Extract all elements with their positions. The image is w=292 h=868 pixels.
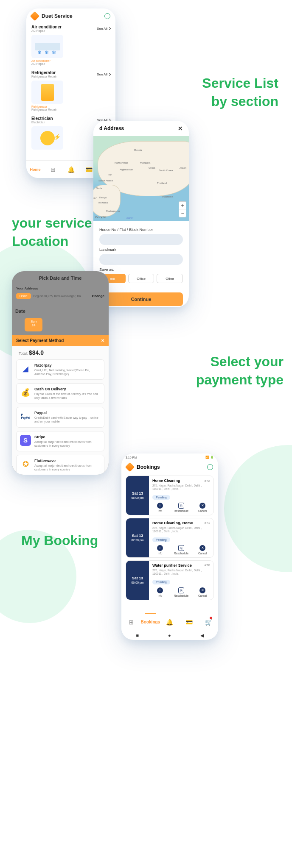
flutterwave-icon: ✪: [20, 459, 31, 470]
cod-icon: 💰: [20, 387, 31, 398]
nav-notifications[interactable]: 🔔: [62, 161, 80, 178]
reschedule-button[interactable]: ⎘Reschedule: [174, 545, 189, 555]
chevron-right-icon: [108, 27, 111, 30]
home-button[interactable]: ●: [168, 633, 171, 638]
zoom-out-button[interactable]: −: [179, 209, 186, 217]
saveas-label: Save as:: [99, 267, 183, 272]
grid-icon: ⊞: [129, 619, 134, 626]
status-badge: Pending: [152, 495, 170, 500]
status-bar: 3:15 PM📶 🔋: [121, 453, 218, 461]
see-all-link[interactable]: See All: [97, 27, 110, 31]
fridge-icon: [41, 84, 54, 101]
section-subtitle: Refrigerator Repair: [31, 75, 57, 78]
payment-cod[interactable]: 💰Cash On DeliveryPay via Cash at the tim…: [16, 383, 104, 403]
cancel-icon: ✕: [199, 545, 205, 551]
payment-razorpay[interactable]: ◢RazorpayCard, UPI, Net banking, Wallet(…: [16, 359, 104, 380]
reschedule-button[interactable]: ⎘Reschedule: [174, 503, 189, 512]
section-title: Air conditioner: [31, 25, 62, 29]
globe-icon[interactable]: [104, 13, 110, 19]
bell-icon: 🔔: [67, 166, 75, 173]
wallet-icon: 💳: [85, 166, 93, 173]
info-icon: i: [157, 545, 163, 551]
google-logo: Google: [95, 215, 106, 219]
close-icon[interactable]: ✕: [101, 338, 104, 343]
address-label: Your Address: [16, 287, 38, 290]
device-payment: Pick Date and Time Your Address Home Beg…: [12, 271, 109, 475]
map[interactable]: Russia Kazakhstan Mongolia Iran Afghanis…: [93, 136, 189, 221]
nav-cart[interactable]: 🛒: [199, 613, 218, 631]
bell-icon: 🔔: [166, 619, 173, 626]
reschedule-button[interactable]: ⎘Reschedule: [174, 587, 189, 597]
nav-home[interactable]: Home: [26, 161, 44, 178]
annotation-4: My Booking: [21, 531, 98, 550]
zoom-control: + −: [179, 201, 186, 217]
nav-calendar[interactable]: ⊞: [44, 161, 62, 178]
service-card[interactable]: ❄ ❄ ❄ Air conditioner AC Repair: [31, 35, 63, 65]
see-all-link[interactable]: See All: [97, 72, 110, 76]
cancel-icon: ✕: [199, 587, 205, 593]
saveas-office[interactable]: Office: [128, 274, 154, 283]
calendar-icon: ⎘: [178, 545, 184, 551]
nav-home[interactable]: ⊞: [121, 613, 141, 631]
section-title: Refrigerator: [31, 70, 57, 75]
cancel-button[interactable]: ✕Cancel: [195, 545, 210, 555]
landmark-label: Landmark: [99, 248, 183, 252]
app-logo: [30, 11, 40, 21]
payment-stripe[interactable]: SStripeAccept all major debit and credit…: [16, 431, 104, 451]
ac-icon: ❄ ❄ ❄: [35, 43, 60, 50]
calendar-icon: ⎘: [178, 503, 184, 509]
nav-notifications[interactable]: 🔔: [160, 613, 180, 631]
device-bookings: 3:15 PM📶 🔋 Bookings Sat 1306:00 pm Home …: [121, 453, 218, 640]
info-button[interactable]: iInfo: [152, 587, 168, 597]
status-badge: Pending: [152, 580, 170, 584]
total-amount: $84.0: [29, 349, 44, 356]
house-label: House No / Flat / Block Number: [99, 228, 183, 232]
globe-icon[interactable]: [207, 464, 213, 470]
chevron-right-icon: [108, 72, 111, 75]
close-icon[interactable]: ✕: [178, 125, 183, 132]
android-nav-bar: ■ ● ◀: [121, 631, 218, 640]
booking-card[interactable]: Sat 1306:00 pm Home Cleaning#72 275, Nag…: [126, 476, 214, 515]
info-button[interactable]: iInfo: [152, 503, 168, 512]
annotation-2: your serviceLocation: [12, 214, 92, 250]
booking-card[interactable]: Sat 1302:30 pm Home Cleaning, Home#71 27…: [126, 518, 214, 558]
nav-bookings[interactable]: Bookings: [141, 613, 160, 631]
change-link[interactable]: Change: [92, 294, 104, 298]
back-button[interactable]: ◀: [200, 633, 204, 638]
service-card[interactable]: [31, 126, 63, 150]
cancel-button[interactable]: ✕Cancel: [195, 587, 210, 597]
payment-sheet: Select Payment Method ✕ Total: $84.0 ◢Ra…: [12, 335, 109, 475]
page-title: Bookings: [137, 464, 204, 470]
app-title: Duet Service: [42, 13, 101, 19]
recent-apps-button[interactable]: ■: [136, 633, 139, 638]
address-text: Begusarai,275, Keduwan Nagar, Ra...: [34, 295, 90, 298]
app-logo: [125, 462, 135, 472]
calendar-icon: ⊞: [51, 166, 56, 173]
section-subtitle: AC Repair: [31, 29, 62, 32]
stripe-icon: S: [20, 435, 31, 446]
service-card[interactable]: Refrigerator Refrigerator Repair: [31, 81, 63, 111]
saveas-other[interactable]: Other: [157, 274, 183, 283]
cancel-button[interactable]: ✕Cancel: [195, 503, 210, 512]
booking-card[interactable]: Sat 1306:00 pm Water purifier Service#70…: [126, 560, 214, 600]
annotation-1: Service Listby section: [202, 74, 278, 111]
zoom-in-button[interactable]: +: [179, 202, 186, 209]
calendar-icon: ⎘: [178, 587, 184, 593]
info-icon: i: [157, 503, 163, 509]
page-title: d Address: [99, 125, 124, 131]
house-input[interactable]: [99, 234, 183, 245]
landmark-input[interactable]: [99, 254, 183, 265]
sheet-title: Select Payment Method: [16, 338, 64, 343]
nav-wallet[interactable]: 💳: [180, 613, 199, 631]
annotation-3: Select yourpayment type: [196, 353, 284, 389]
wallet-icon: 💳: [185, 619, 193, 626]
info-button[interactable]: iInfo: [152, 545, 168, 555]
continue-button[interactable]: Continue: [99, 292, 183, 306]
payment-paypal[interactable]: PPayPalPaypalCredit/Debit card with Easi…: [16, 407, 104, 427]
date-card[interactable]: Sun24: [25, 318, 42, 331]
page-title: Pick Date and Time: [12, 275, 109, 281]
address-chip: Home: [16, 293, 31, 299]
payment-flutterwave[interactable]: ✪FlutterwaveAccept all major debit and c…: [16, 455, 104, 475]
status-badge: Pending: [152, 537, 170, 542]
date-label: Date: [15, 309, 25, 314]
